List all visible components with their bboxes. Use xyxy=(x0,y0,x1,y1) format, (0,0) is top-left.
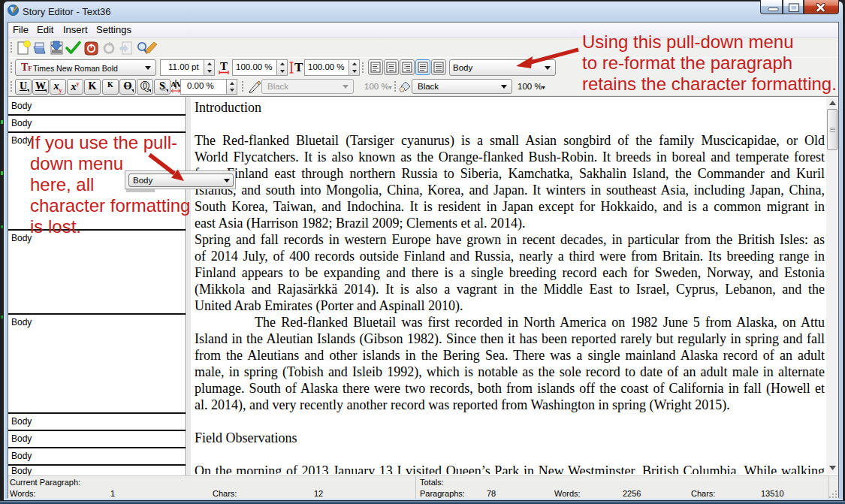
svg-text:T: T xyxy=(220,61,228,72)
svg-text:T: T xyxy=(294,61,303,74)
